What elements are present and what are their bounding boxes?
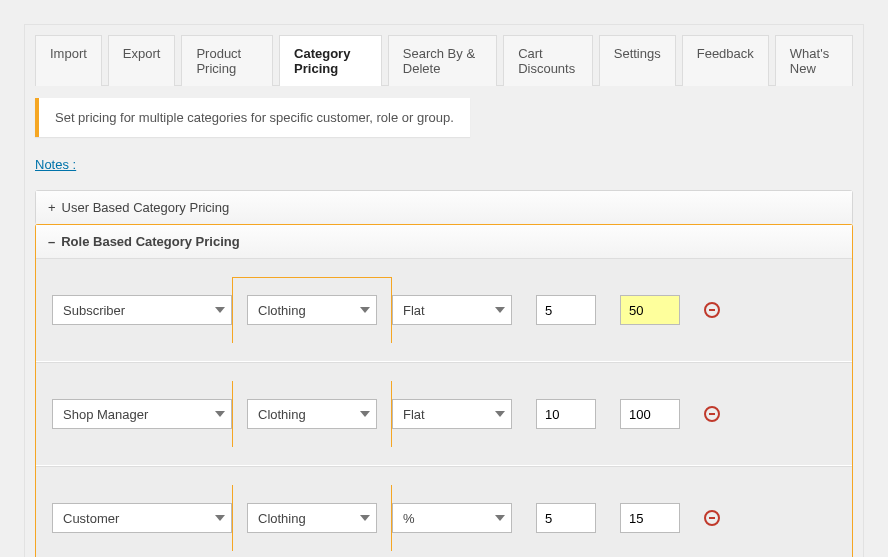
- category-value: Clothing: [258, 407, 306, 422]
- tab-search-by-delete[interactable]: Search By & Delete: [388, 35, 497, 86]
- tab-category-pricing[interactable]: Category Pricing: [279, 35, 382, 86]
- tab-bar: ImportExportProduct PricingCategory Pric…: [35, 35, 853, 86]
- qty-input[interactable]: [536, 399, 596, 429]
- role-select[interactable]: Customer: [52, 503, 232, 533]
- category-value: Clothing: [258, 511, 306, 526]
- chevron-down-icon: [495, 307, 505, 313]
- chevron-down-icon: [360, 411, 370, 417]
- notes-link-wrap: Notes :: [35, 157, 853, 172]
- remove-row-icon[interactable]: [704, 406, 720, 422]
- category-select[interactable]: Clothing: [247, 295, 377, 325]
- remove-row-icon[interactable]: [704, 302, 720, 318]
- type-value: %: [403, 511, 415, 526]
- role-select[interactable]: Shop Manager: [52, 399, 232, 429]
- pricing-panel: ImportExportProduct PricingCategory Pric…: [24, 24, 864, 557]
- tab-what-s-new[interactable]: What's New: [775, 35, 853, 86]
- type-select[interactable]: Flat: [392, 295, 512, 325]
- tab-import[interactable]: Import: [35, 35, 102, 86]
- accordion-title: User Based Category Pricing: [62, 200, 230, 215]
- tab-cart-discounts[interactable]: Cart Discounts: [503, 35, 593, 86]
- chevron-down-icon: [360, 307, 370, 313]
- qty-input[interactable]: [536, 295, 596, 325]
- tab-product-pricing[interactable]: Product Pricing: [181, 35, 273, 86]
- price-input[interactable]: [620, 399, 680, 429]
- type-select[interactable]: %: [392, 503, 512, 533]
- expand-icon: +: [48, 200, 56, 215]
- type-select[interactable]: Flat: [392, 399, 512, 429]
- role-select[interactable]: Subscriber: [52, 295, 232, 325]
- accordion-user[interactable]: + User Based Category Pricing: [35, 190, 853, 225]
- role-value: Subscriber: [63, 303, 125, 318]
- chevron-down-icon: [495, 515, 505, 521]
- category-select[interactable]: Clothing: [247, 399, 377, 429]
- remove-row-icon[interactable]: [704, 510, 720, 526]
- role-rows: Subscriber Clothing Flat Shop Manager Cl…: [36, 258, 852, 557]
- tab-settings[interactable]: Settings: [599, 35, 676, 86]
- collapse-icon: –: [48, 234, 55, 249]
- type-value: Flat: [403, 303, 425, 318]
- notes-link[interactable]: Notes :: [35, 157, 76, 172]
- qty-input[interactable]: [536, 503, 596, 533]
- chevron-down-icon: [360, 515, 370, 521]
- accordion-role[interactable]: – Role Based Category Pricing Subscriber…: [35, 224, 853, 557]
- tab-feedback[interactable]: Feedback: [682, 35, 769, 86]
- pricing-row: Customer Clothing %: [36, 466, 852, 557]
- chevron-down-icon: [215, 307, 225, 313]
- type-value: Flat: [403, 407, 425, 422]
- chevron-down-icon: [215, 411, 225, 417]
- role-value: Customer: [63, 511, 119, 526]
- price-input[interactable]: [620, 295, 680, 325]
- role-value: Shop Manager: [63, 407, 148, 422]
- accordion-title: Role Based Category Pricing: [61, 234, 239, 249]
- chevron-down-icon: [215, 515, 225, 521]
- chevron-down-icon: [495, 411, 505, 417]
- price-input[interactable]: [620, 503, 680, 533]
- pricing-row: Subscriber Clothing Flat: [36, 258, 852, 362]
- category-value: Clothing: [258, 303, 306, 318]
- category-select[interactable]: Clothing: [247, 503, 377, 533]
- tab-export[interactable]: Export: [108, 35, 176, 86]
- info-box: Set pricing for multiple categories for …: [35, 98, 470, 137]
- pricing-row: Shop Manager Clothing Flat: [36, 362, 852, 466]
